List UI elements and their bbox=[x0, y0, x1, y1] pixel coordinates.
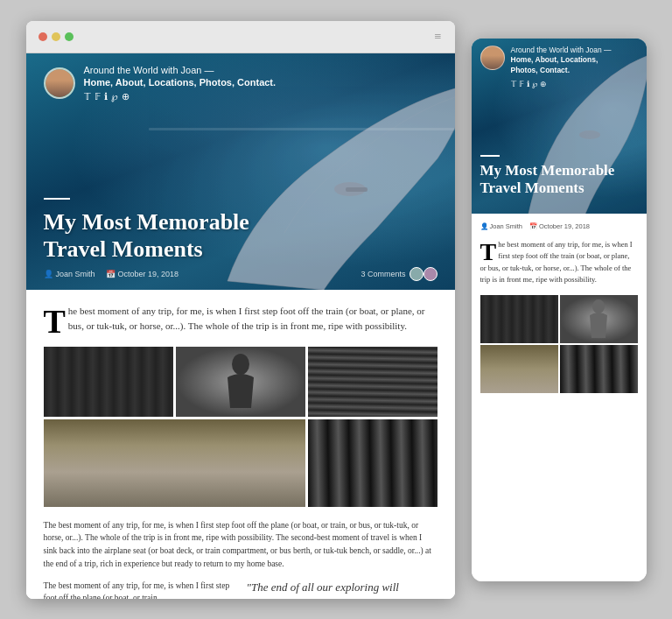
comment-section: 3 Comments bbox=[360, 267, 437, 281]
mobile-body: 👤 Joan Smith 📅 October 19, 2018 T he bes… bbox=[472, 214, 647, 581]
dot-yellow[interactable] bbox=[52, 32, 60, 41]
photo-1 bbox=[44, 347, 173, 417]
mobile-photo-grid bbox=[480, 295, 638, 393]
pinterest-icon[interactable]: ℘ bbox=[111, 90, 118, 102]
svg-point-5 bbox=[592, 299, 605, 313]
avatar-face bbox=[46, 69, 74, 97]
mobile-hero-title: My Most Memorable Travel Moments bbox=[480, 162, 638, 198]
hero-title: My Most Memorable Travel Moments bbox=[44, 208, 249, 263]
hero-divider bbox=[44, 198, 70, 200]
mobile-date-icon: 📅 bbox=[529, 222, 537, 230]
mobile-photo-2 bbox=[560, 295, 638, 343]
blog-main: Around the World with Joan — Home, About… bbox=[26, 53, 455, 599]
facebook-icon[interactable]: 𝔽 bbox=[94, 90, 101, 102]
dot-green[interactable] bbox=[65, 32, 74, 41]
svg-rect-1 bbox=[346, 187, 368, 192]
mobile-panel: Around the World with Joan — Home, About… bbox=[472, 39, 647, 581]
mobile-social5-icon[interactable]: ⊕ bbox=[540, 79, 547, 90]
pullquote: "The end of all our exploring will bbox=[247, 580, 438, 595]
mobile-header-bar: Around the World with Joan — Home, About… bbox=[472, 39, 647, 97]
mobile-pinterest-icon[interactable]: ℘ bbox=[532, 79, 537, 90]
browser-chrome: ≡ bbox=[26, 21, 455, 53]
author-icon: 👤 bbox=[44, 270, 53, 278]
desktop-background: ≡ bbox=[0, 0, 672, 619]
mobile-author-icon: 👤 bbox=[480, 222, 488, 230]
mobile-hero-text: My Most Memorable Travel Moments bbox=[480, 155, 638, 198]
mobile-drop-cap-letter: T bbox=[480, 242, 497, 263]
instagram-icon[interactable]: ℹ bbox=[104, 90, 108, 102]
browser-window: ≡ bbox=[26, 21, 455, 599]
photo-3 bbox=[308, 347, 438, 417]
drop-cap-text: he best moment of any trip, for me, is w… bbox=[68, 306, 425, 332]
blog-site-title: Around the World with Joan — Home, About… bbox=[84, 64, 276, 103]
mobile-meta: 👤 Joan Smith 📅 October 19, 2018 bbox=[480, 222, 638, 230]
mobile-avatar bbox=[480, 46, 505, 70]
mobile-hero: Around the World with Joan — Home, About… bbox=[472, 39, 647, 214]
svg-point-3 bbox=[232, 354, 249, 375]
svg-rect-2 bbox=[149, 128, 455, 130]
comments-count[interactable]: 3 Comments bbox=[360, 270, 405, 278]
svg-point-4 bbox=[579, 130, 600, 139]
blog-social: 𝕋 𝔽 ℹ ℘ ⊕ bbox=[84, 90, 276, 102]
date-meta: 📅 October 19, 2018 bbox=[106, 270, 179, 278]
mobile-drop-cap-paragraph: T he best moment of any trip, for me, is… bbox=[480, 239, 638, 286]
photo-2-inner bbox=[176, 347, 305, 417]
person-silhouette bbox=[214, 351, 267, 412]
photo-2 bbox=[176, 347, 305, 417]
commenter-avatar-2 bbox=[424, 267, 438, 281]
mobile-twitter-icon[interactable]: 𝕋 bbox=[511, 79, 516, 90]
drop-cap-letter: T bbox=[44, 308, 66, 334]
browser-dots bbox=[38, 32, 74, 41]
mobile-photo-1 bbox=[480, 295, 558, 343]
photo-grid bbox=[44, 347, 438, 507]
photo-5-inner bbox=[308, 419, 438, 507]
dot-red[interactable] bbox=[38, 32, 47, 41]
mobile-person-silhouette bbox=[585, 298, 612, 340]
browser-content: Around the World with Joan — Home, About… bbox=[26, 53, 455, 599]
hero-meta-left: 👤 Joan Smith 📅 October 19, 2018 bbox=[44, 270, 179, 278]
commenter-avatar-1 bbox=[410, 267, 424, 281]
mobile-facebook-icon[interactable]: 𝔽 bbox=[519, 79, 524, 90]
mobile-hero-divider bbox=[480, 155, 500, 157]
hero-text-area: My Most Memorable Travel Moments bbox=[44, 198, 249, 263]
comment-avatars bbox=[410, 267, 438, 281]
drop-cap-paragraph: T he best moment of any trip, for me, is… bbox=[44, 304, 438, 334]
twitter-icon[interactable]: 𝕋 bbox=[84, 90, 91, 102]
hero-section: Around the World with Joan — Home, About… bbox=[26, 53, 455, 290]
mobile-instagram-icon[interactable]: ℹ bbox=[527, 79, 529, 90]
photo-5 bbox=[308, 419, 438, 507]
mobile-social-icons: 𝕋 𝔽 ℹ ℘ ⊕ bbox=[511, 79, 612, 90]
author-meta: 👤 Joan Smith bbox=[44, 270, 95, 278]
hero-meta: 👤 Joan Smith 📅 October 19, 2018 3 Commen… bbox=[44, 267, 438, 281]
blog-nav[interactable]: Home, About, Locations, Photos, Contact. bbox=[84, 76, 276, 88]
mobile-drop-cap-text: he best moment of any trip, for me, is w… bbox=[480, 240, 633, 285]
body-paragraph-2: The best moment of any trip, for me, is … bbox=[44, 580, 234, 599]
mobile-author-meta: 👤 Joan Smith bbox=[480, 222, 523, 230]
site-name: Around the World with Joan — bbox=[84, 64, 276, 76]
photo-4-inner bbox=[44, 419, 305, 507]
photo-3-inner bbox=[308, 347, 438, 417]
body-paragraph-1: The best moment of any trip, for me, is … bbox=[44, 519, 438, 571]
photo-4 bbox=[44, 419, 305, 507]
mobile-photo-4 bbox=[560, 345, 638, 393]
date-icon: 📅 bbox=[106, 270, 116, 278]
photo-1-inner bbox=[44, 347, 173, 417]
avatar bbox=[44, 67, 75, 99]
mobile-photo-3 bbox=[480, 345, 558, 393]
mobile-site-text: Around the World with Joan — Home, About… bbox=[511, 46, 612, 90]
browser-menu-icon[interactable]: ≡ bbox=[435, 30, 443, 44]
social5-icon[interactable]: ⊕ bbox=[122, 90, 130, 102]
blog-header-bar: Around the World with Joan — Home, About… bbox=[26, 53, 455, 114]
mobile-date-meta: 📅 October 19, 2018 bbox=[529, 222, 590, 230]
article-body: T he best moment of any trip, for me, is… bbox=[26, 290, 455, 599]
